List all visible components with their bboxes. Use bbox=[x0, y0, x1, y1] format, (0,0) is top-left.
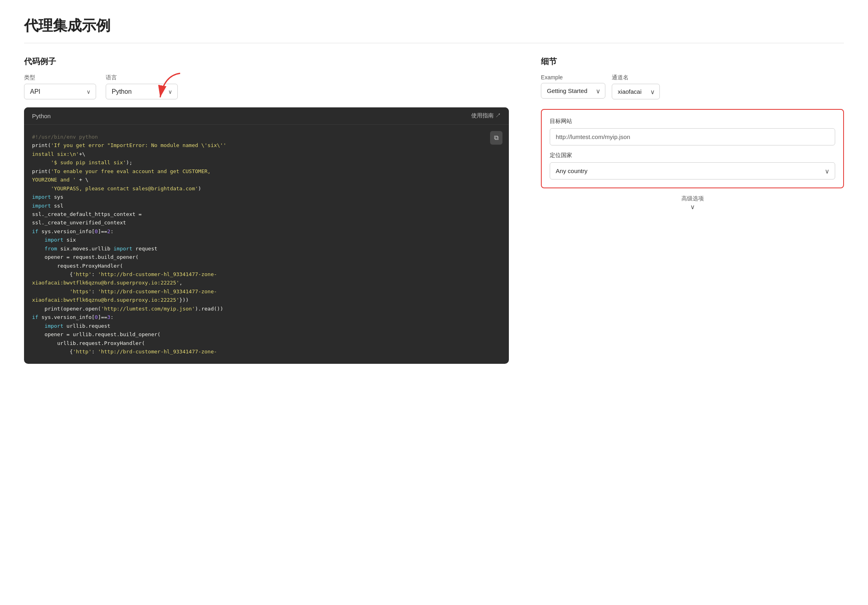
highlight-box: 目标网站 定位国家 Any country United States Unit… bbox=[541, 109, 844, 188]
left-panel: 代码例子 类型 API Node.js Python PHP Java ∨ 语言 bbox=[24, 56, 509, 364]
type-select-wrapper: API Node.js Python PHP Java ∨ bbox=[24, 84, 96, 99]
right-section-title: 细节 bbox=[541, 56, 844, 67]
country-select-wrapper: Any country United States United Kingdom… bbox=[550, 162, 835, 179]
advanced-label: 高级选项 bbox=[681, 195, 704, 202]
channel-label: 通道名 bbox=[612, 74, 660, 81]
example-label: Example bbox=[541, 74, 605, 81]
lang-select-wrapper: Python JavaScript PHP Java C# ∨ bbox=[106, 84, 178, 99]
guide-link[interactable]: 使用指南 ↗ bbox=[471, 112, 501, 119]
details-row: Example Getting Started Advanced Basic ∨… bbox=[541, 74, 844, 99]
lang-select[interactable]: Python JavaScript PHP Java C# bbox=[106, 84, 178, 99]
page-title: 代理集成示例 bbox=[24, 16, 844, 36]
target-label: 目标网站 bbox=[550, 118, 835, 125]
code-content: #!/usr/bin/env python print('If you get … bbox=[32, 133, 501, 356]
advanced-options[interactable]: 高级选项 ∨ bbox=[541, 195, 844, 211]
controls-row: 类型 API Node.js Python PHP Java ∨ 语言 bbox=[24, 74, 509, 99]
country-select[interactable]: Any country United States United Kingdom… bbox=[550, 162, 835, 179]
code-block: Python 使用指南 ↗ ⧉ #!/usr/bin/env python pr… bbox=[24, 107, 509, 364]
code-section-title: 代码例子 bbox=[24, 56, 509, 67]
target-input[interactable] bbox=[550, 128, 835, 145]
country-field-group: 定位国家 Any country United States United Ki… bbox=[550, 152, 835, 179]
lang-label: 语言 bbox=[106, 74, 178, 81]
channel-select[interactable]: xiaofacai default zone1 bbox=[612, 84, 660, 99]
type-control-group: 类型 API Node.js Python PHP Java ∨ bbox=[24, 74, 96, 99]
copy-button[interactable]: ⧉ bbox=[490, 131, 502, 145]
channel-group: 通道名 xiaofacai default zone1 ∨ bbox=[612, 74, 660, 99]
target-field-group: 目标网站 bbox=[550, 118, 835, 145]
lang-control-group: 语言 Python JavaScript PHP Java C# ∨ bbox=[106, 74, 178, 99]
advanced-chevron-icon: ∨ bbox=[541, 203, 844, 211]
example-select-wrapper: Getting Started Advanced Basic ∨ bbox=[541, 83, 605, 99]
example-group: Example Getting Started Advanced Basic ∨ bbox=[541, 74, 605, 99]
channel-select-wrapper: xiaofacai default zone1 ∨ bbox=[612, 84, 660, 99]
example-select[interactable]: Getting Started Advanced Basic bbox=[541, 83, 605, 99]
code-area[interactable]: ⧉ #!/usr/bin/env python print('If you ge… bbox=[24, 125, 509, 364]
code-lang-label: Python bbox=[32, 113, 51, 119]
type-label: 类型 bbox=[24, 74, 96, 81]
main-layout: 代码例子 类型 API Node.js Python PHP Java ∨ 语言 bbox=[24, 56, 844, 364]
divider bbox=[24, 43, 844, 43]
right-panel: 细节 Example Getting Started Advanced Basi… bbox=[541, 56, 844, 211]
type-select[interactable]: API Node.js Python PHP Java bbox=[24, 84, 96, 99]
code-header: Python 使用指南 ↗ bbox=[24, 107, 509, 125]
country-label: 定位国家 bbox=[550, 152, 835, 159]
